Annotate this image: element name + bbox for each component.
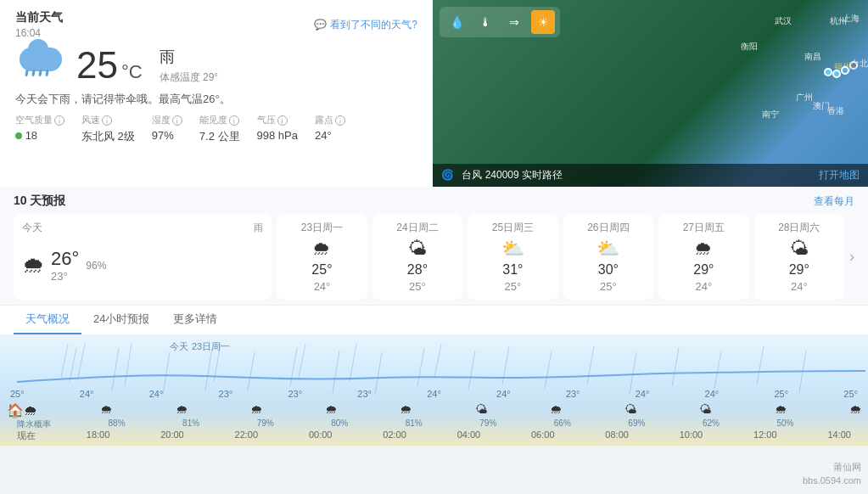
precip-pct-3: 79% xyxy=(257,418,274,430)
svg-line-22 xyxy=(714,351,721,389)
svg-line-11 xyxy=(333,351,339,393)
time-labels: 现在18:0020:0022:0000:0002:0004:0006:0008:… xyxy=(0,429,868,442)
typhoon-bar: 🌀 台风 240009 实时路径 打开地图 xyxy=(433,164,868,187)
precip-pct-5: 81% xyxy=(406,418,423,430)
svg-line-10 xyxy=(299,344,305,378)
time-label-0: 现在 xyxy=(17,429,36,442)
time-label-3: 22:00 xyxy=(235,429,259,442)
day-label: 23日周一 xyxy=(301,221,343,235)
today-icon: 🌧 xyxy=(22,252,44,278)
day-low: 25° xyxy=(409,280,426,293)
visibility-label: 能见度 xyxy=(199,114,227,126)
chart-icon-1: 🌧 xyxy=(100,402,112,418)
map-btn-wind[interactable]: ⇒ xyxy=(502,10,526,34)
svg-line-1 xyxy=(70,348,76,382)
day-icon: 🌧 xyxy=(312,238,331,260)
svg-line-9 xyxy=(290,348,297,386)
svg-line-21 xyxy=(672,348,679,386)
tab-more-details[interactable]: 更多详情 xyxy=(161,306,229,334)
temperature-unit: °C xyxy=(121,61,143,83)
chart-icon-9: 🌤 xyxy=(699,402,711,418)
chart-icon-0: 🏠🌧 xyxy=(7,402,37,418)
hourly-chart: 今天 23日周一 xyxy=(0,335,868,446)
precip-pct-6: 79% xyxy=(479,418,496,430)
chart-icon-4: 🌧 xyxy=(325,402,337,418)
chart-icon-5: 🌧 xyxy=(400,402,412,418)
humidity-label: 湿度 xyxy=(152,114,171,126)
day-icon: 🌤 xyxy=(408,238,427,260)
time-label-2: 20:00 xyxy=(160,429,184,442)
dewpoint-info-icon[interactable]: i xyxy=(335,115,345,126)
day-low: 24° xyxy=(314,280,331,293)
svg-line-14 xyxy=(417,348,424,386)
day-high: 25° xyxy=(311,262,332,278)
weather-condition: 雨 xyxy=(160,47,218,67)
typhoon-dot-3 xyxy=(841,66,849,75)
time-label-7: 06:00 xyxy=(531,429,555,442)
precip-row: 降水概率88%81%79%80%81%79%66%69%62%50% xyxy=(0,418,868,430)
forecast-scroll-right[interactable]: › xyxy=(849,248,854,266)
typhoon-dot-4 xyxy=(849,61,858,70)
chart-icon-2: 🌧 xyxy=(176,402,188,418)
view-monthly-link[interactable]: 查看每月 xyxy=(814,194,854,209)
map-btn-sun[interactable]: ☀ xyxy=(531,10,555,34)
temp-label-10: 24° xyxy=(705,389,720,399)
temp-label-2: 24° xyxy=(149,389,164,399)
day-icon: 🌤 xyxy=(790,238,809,260)
open-map-link[interactable]: 打开地图 xyxy=(819,168,860,182)
forecast-day-1: 24日周二 🌤 28° 25° xyxy=(372,214,462,300)
humidity-info-icon[interactable]: i xyxy=(172,115,182,126)
temp-label-3: 23° xyxy=(219,389,233,399)
typhoon-label: 台风 240009 实时路径 xyxy=(462,169,563,181)
visibility-value: 7.2 公里 xyxy=(199,129,240,144)
dewpoint-stat: 露点 i 24° xyxy=(315,114,345,144)
day-low: 24° xyxy=(791,280,808,293)
temp-label-5: 23° xyxy=(357,389,372,399)
precip-pct-1: 88% xyxy=(109,418,126,430)
pressure-info-icon[interactable]: i xyxy=(277,115,288,126)
day-low: 25° xyxy=(505,280,522,293)
today-label: 今天 xyxy=(22,221,42,235)
forecast-section: 10 天预报 查看每月 今天 雨 🌧 26° 23° 96% xyxy=(0,187,868,305)
day-label: 28日周六 xyxy=(778,221,820,235)
temp-label-9: 24° xyxy=(636,389,650,399)
wind-label: 风速 xyxy=(81,114,100,126)
day-icon: ⛅ xyxy=(501,238,524,260)
day-high: 29° xyxy=(789,262,809,278)
time-label-1: 18:00 xyxy=(87,429,110,442)
chart-icon-7: 🌧 xyxy=(550,402,562,418)
day-label: 26日周四 xyxy=(587,221,629,235)
chart-icon-11: 🌧 xyxy=(849,402,861,418)
visibility-info-icon[interactable]: i xyxy=(229,115,239,126)
weather-description: 今天会下雨，请记得带伞哦。最高气温26°。 xyxy=(15,92,417,107)
map-btn-rain[interactable]: 💧 xyxy=(445,10,468,34)
svg-line-12 xyxy=(350,344,356,382)
wind-info-icon[interactable]: i xyxy=(102,115,112,126)
pressure-stat: 气压 i 998 hPa xyxy=(257,114,298,144)
time-label-9: 10:00 xyxy=(680,429,703,442)
day-high: 28° xyxy=(407,262,428,278)
map-btn-temp[interactable]: 🌡 xyxy=(473,10,497,34)
chart-icon-8: 🌤 xyxy=(624,402,636,418)
temperature-value: 25 xyxy=(76,47,118,84)
day-low: 25° xyxy=(600,280,617,293)
wind-value: 东北风 2级 xyxy=(81,129,135,144)
temp-label-8: 23° xyxy=(566,389,580,399)
tab-weather-overview[interactable]: 天气概况 xyxy=(14,306,81,334)
temp-label-12: 25° xyxy=(843,389,858,399)
svg-line-16 xyxy=(468,351,475,390)
tab-24h-forecast[interactable]: 24小时预报 xyxy=(81,306,161,334)
time-label-8: 08:00 xyxy=(605,429,629,442)
aqi-info-icon[interactable]: i xyxy=(54,115,64,126)
report-diff-button[interactable]: 💬 看到了不同的天气? xyxy=(314,18,417,32)
map-label-hengyang: 衡阳 xyxy=(741,41,758,53)
today-rain-pct: 96% xyxy=(86,260,106,272)
temp-label-6: 24° xyxy=(427,389,441,399)
typhoon-dot-1 xyxy=(824,68,832,76)
weather-stats: 空气质量 i 18 风速 i 东北风 2级 xyxy=(15,114,417,144)
forecast-day-4: 27日周五 🌧 29° 24° xyxy=(658,214,748,300)
forecast-day-2: 25日周三 ⛅ 31° 25° xyxy=(468,214,557,300)
precip-pct-2: 81% xyxy=(182,418,199,430)
current-weather-title: 当前天气 xyxy=(15,10,63,25)
precip-pct-4: 80% xyxy=(331,418,348,430)
